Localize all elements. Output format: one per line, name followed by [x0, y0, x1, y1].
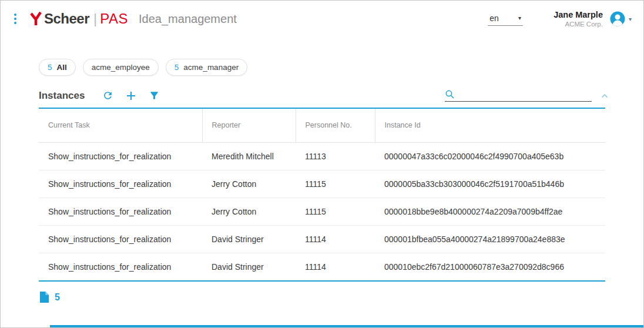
cell-personnel-no: 11115: [296, 170, 375, 198]
plus-icon: [125, 90, 137, 102]
bottom-accent-bar: [50, 325, 643, 327]
chip-count-badge: 5: [48, 63, 52, 72]
user-menu-chevron-icon[interactable]: ▾: [629, 16, 632, 22]
language-select[interactable]: en ▾: [488, 12, 523, 26]
cell-instance-id: 0000005ba33cb303000046c2f5191700a51b446b: [375, 170, 605, 198]
refresh-icon: [102, 90, 113, 101]
role-filter-chips: 5 All acme_employee 5 acme_manager: [1, 37, 643, 76]
instances-table: Current Task Reporter Personnel No. Inst…: [39, 108, 605, 282]
collapse-panel-button[interactable]: [600, 92, 609, 100]
search-icon: [445, 89, 455, 99]
chip-label: All: [57, 63, 67, 72]
table-row[interactable]: Show_instructions_for_realization David …: [39, 253, 605, 280]
brand-product: PAS: [100, 11, 128, 27]
top-bar: Scheer | PAS Idea_management en ▾ Jane M…: [1, 1, 643, 37]
add-instance-button[interactable]: [125, 90, 137, 102]
table-row[interactable]: Show_instructions_for_realization Jerry …: [39, 170, 605, 198]
brand-divider: |: [93, 11, 97, 27]
column-header-reporter[interactable]: Reporter: [202, 109, 296, 142]
cell-instance-id: 00000047a33c6c02000046c2f4990700a405e63b: [375, 142, 605, 170]
cell-reporter: Jerry Cotton: [202, 198, 296, 225]
cell-current-task: Show_instructions_for_realization: [39, 225, 202, 253]
user-name: Jane Marple: [554, 9, 603, 20]
scheer-mark-icon: [30, 11, 42, 26]
filter-icon: [149, 90, 160, 101]
cell-personnel-no: 11114: [296, 225, 375, 253]
brand-logo: Scheer | PAS: [30, 11, 128, 27]
document-icon: [39, 291, 49, 303]
instances-toolbar: Instances: [1, 76, 643, 102]
table-header-row: Current Task Reporter Personnel No. Inst…: [39, 109, 605, 142]
filter-button[interactable]: [149, 90, 160, 101]
table-row[interactable]: Show_instructions_for_realization Jerry …: [39, 198, 605, 225]
user-organization: ACME Corp.: [554, 20, 603, 28]
page-title: Idea_management: [139, 12, 237, 26]
cell-reporter: David Stringer: [202, 253, 296, 280]
cell-instance-id: 000001bfbea055a40000274a21899700a24e883e: [375, 225, 605, 253]
cell-reporter: Meredith Mitchell: [202, 142, 296, 170]
brand-name: Scheer: [44, 11, 89, 27]
user-info: Jane Marple ACME Corp.: [554, 9, 603, 29]
table-row[interactable]: Show_instructions_for_realization David …: [39, 225, 605, 253]
cell-personnel-no: 11115: [296, 198, 375, 225]
avatar[interactable]: [609, 10, 626, 28]
result-count: 5: [55, 292, 60, 303]
chevron-up-icon: [600, 92, 609, 100]
filter-chip-acme-manager[interactable]: 5 acme_manager: [166, 59, 247, 76]
cell-current-task: Show_instructions_for_realization: [39, 142, 202, 170]
chip-label: acme_employee: [92, 63, 150, 72]
cell-current-task: Show_instructions_for_realization: [39, 198, 202, 225]
search-input[interactable]: [458, 90, 592, 99]
table-row[interactable]: Show_instructions_for_realization Meredi…: [39, 142, 605, 170]
app-menu-kebab-icon[interactable]: [11, 11, 19, 27]
column-header-current-task[interactable]: Current Task: [39, 109, 202, 142]
section-title: Instances: [39, 90, 85, 102]
refresh-button[interactable]: [102, 90, 113, 101]
cell-personnel-no: 11114: [296, 253, 375, 280]
search-box: [445, 89, 592, 102]
cell-instance-id: 0000018bbe9e8b400000274a2209a7009b4ff2ae: [375, 198, 605, 225]
chip-label: acme_manager: [183, 63, 239, 72]
app-window: Scheer | PAS Idea_management en ▾ Jane M…: [0, 0, 644, 328]
language-selected-value: en: [489, 14, 499, 23]
cell-reporter: Jerry Cotton: [202, 170, 296, 198]
cell-reporter: David Stringer: [202, 225, 296, 253]
results-footer: 5: [1, 282, 643, 303]
cell-personnel-no: 11113: [296, 142, 375, 170]
cell-instance-id: 000010ebc2f67d21000060787e3a270092d8c966: [375, 253, 605, 280]
chip-count-badge: 5: [175, 63, 179, 72]
cell-current-task: Show_instructions_for_realization: [39, 253, 202, 280]
column-header-instance-id[interactable]: Instance Id: [375, 109, 605, 142]
cell-current-task: Show_instructions_for_realization: [39, 170, 202, 198]
column-header-personnel-no[interactable]: Personnel No.: [296, 109, 375, 142]
filter-chip-acme-employee[interactable]: acme_employee: [83, 59, 159, 76]
chevron-down-icon: ▾: [518, 15, 521, 21]
filter-chip-all[interactable]: 5 All: [39, 59, 76, 76]
